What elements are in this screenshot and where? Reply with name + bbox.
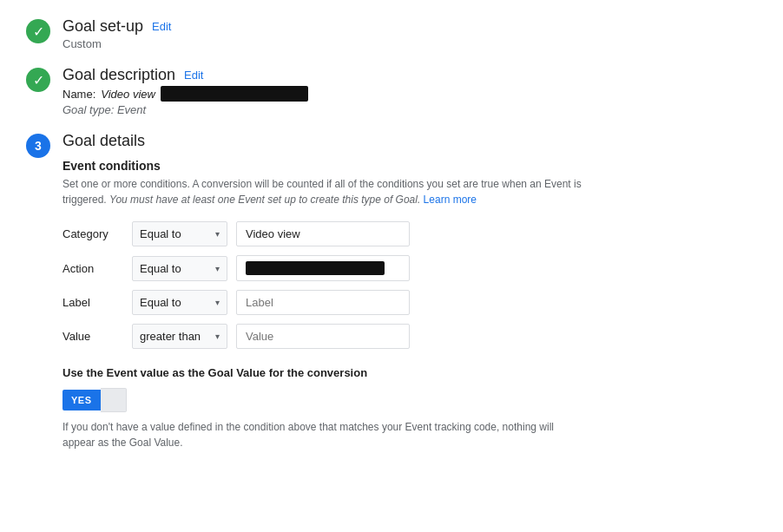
condition-select-action-value: Equal to <box>140 262 181 275</box>
event-conditions-desc: Set one or more conditions. A conversion… <box>63 176 583 207</box>
step3-icon: 3 <box>26 134 50 158</box>
condition-input-value[interactable] <box>236 324 410 349</box>
chevron-down-icon-3: ▾ <box>215 298 220 307</box>
condition-input-category[interactable] <box>236 221 410 246</box>
toggle-row: YES <box>63 388 757 412</box>
step1-content: Goal set-up Edit Custom <box>63 17 757 50</box>
step2-name-row: Name: Video view <box>63 86 757 102</box>
condition-select-value-value: greater than <box>140 330 201 343</box>
step2-title: Goal description <box>63 66 175 84</box>
condition-label-category: Category <box>63 227 123 240</box>
chevron-down-icon-4: ▾ <box>215 332 220 341</box>
step2-edit-link[interactable]: Edit <box>184 69 203 82</box>
step1-icon: ✓ <box>26 19 50 43</box>
step-goal-description: ✓ Goal description Edit Name: Video view… <box>26 66 757 116</box>
step3-number: 3 <box>35 139 42 153</box>
learn-more-link[interactable]: Learn more <box>424 194 477 206</box>
condition-row-action: Action Equal to ▾ <box>63 255 757 281</box>
condition-select-action[interactable]: Equal to ▾ <box>132 256 227 281</box>
step3-content: Goal details Event conditions Set one or… <box>63 132 757 450</box>
action-redacted <box>246 261 385 275</box>
step1-title: Goal set-up <box>63 17 143 36</box>
step2-goal-type-value: Event <box>117 103 146 116</box>
step1-subtitle: Custom <box>63 37 757 50</box>
toggle-desc: If you don't have a value defined in the… <box>63 419 583 450</box>
toggle-section: Use the Event value as the Goal Value fo… <box>63 366 757 450</box>
step2-goal-type: Goal type: Event <box>63 103 757 116</box>
step2-content: Goal description Edit Name: Video view G… <box>63 66 757 116</box>
step2-title-row: Goal description Edit <box>63 66 757 84</box>
condition-row-label: Label Equal to ▾ <box>63 290 757 315</box>
chevron-down-icon: ▾ <box>215 229 220 239</box>
chevron-down-icon-2: ▾ <box>215 264 220 273</box>
condition-label-label: Label <box>63 296 123 309</box>
toggle-no-button[interactable] <box>101 388 127 412</box>
event-conditions-title: Event conditions <box>63 159 757 173</box>
step1-edit-link[interactable]: Edit <box>152 20 171 33</box>
event-conditions-italic: You must have at least one Event set up … <box>109 194 420 206</box>
condition-row-value: Value greater than ▾ <box>63 324 757 349</box>
goal-details-content: Event conditions Set one or more conditi… <box>63 159 757 450</box>
checkmark-icon-2: ✓ <box>33 72 44 89</box>
condition-row-category: Category Equal to ▾ <box>63 221 757 246</box>
condition-select-category[interactable]: Equal to ▾ <box>132 221 227 246</box>
checkmark-icon: ✓ <box>33 23 44 40</box>
toggle-title: Use the Event value as the Goal Value fo… <box>63 366 757 379</box>
conditions-table: Category Equal to ▾ Action Equal to ▾ <box>63 221 757 349</box>
step-goal-details: 3 Goal details Event conditions Set one … <box>26 132 757 450</box>
step2-name-value: Video view <box>101 88 155 101</box>
step2-icon: ✓ <box>26 68 50 92</box>
step3-title-row: Goal details <box>63 132 757 150</box>
toggle-yes-button[interactable]: YES <box>63 390 101 410</box>
step2-name-label: Name: <box>63 88 95 101</box>
condition-select-label[interactable]: Equal to ▾ <box>132 290 227 315</box>
condition-input-label[interactable] <box>236 290 410 315</box>
step2-goal-type-label: Goal type: <box>63 103 114 116</box>
condition-select-value[interactable]: greater than ▾ <box>132 324 227 349</box>
step1-title-row: Goal set-up Edit <box>63 17 757 36</box>
condition-select-label-value: Equal to <box>140 296 181 309</box>
step2-name-redacted <box>161 86 308 102</box>
condition-label-action: Action <box>63 262 123 275</box>
condition-select-category-value: Equal to <box>140 227 181 240</box>
condition-label-value: Value <box>63 330 123 343</box>
step-goal-setup: ✓ Goal set-up Edit Custom <box>26 17 757 50</box>
step3-title: Goal details <box>63 132 145 150</box>
